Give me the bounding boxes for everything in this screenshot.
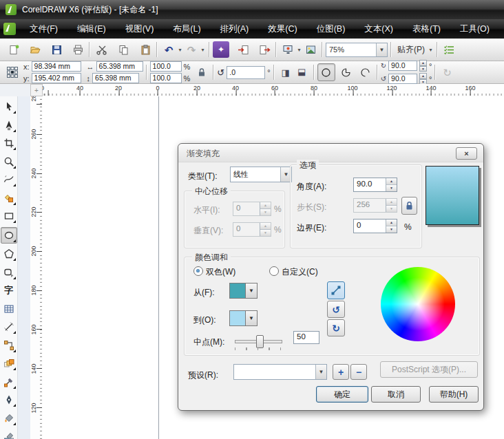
edge-pad-spinner[interactable]: 0▲▼ [353,219,397,233]
ellipse-tool[interactable] [1,227,17,244]
rectangle-tool[interactable] [1,208,17,224]
import-button[interactable] [235,41,251,58]
smart-fill-tool[interactable] [1,191,17,206]
zoom-level-dropdown-icon[interactable]: ▼ [376,43,387,56]
arc-start-angle-field[interactable]: 90.0 [388,61,417,71]
change-direction-button[interactable]: ↻ [439,64,455,81]
arc-end-spinner[interactable]: ▲▼ [419,73,427,85]
scale-vertical-field[interactable]: 100.0 [150,73,182,83]
menu-window[interactable]: 窗口(W) [499,19,504,39]
rotation-angle-field[interactable]: .0 [227,66,265,79]
to-color-picker[interactable]: ▼ [229,310,258,326]
object-width-field[interactable]: 65.398 mm [96,61,143,72]
lock-ratio-button[interactable] [193,64,210,81]
to-color-dropdown-icon[interactable]: ▼ [246,311,257,325]
options-button[interactable] [441,41,457,58]
polygon-tool[interactable] [1,246,17,261]
arc-mode-button[interactable] [357,64,374,81]
export-button[interactable] [256,41,273,58]
menu-view[interactable]: 视图(V) [116,19,164,39]
freehand-tool[interactable] [1,172,17,187]
snap-to-label[interactable]: 贴齐(P) [395,44,428,56]
presets-dropdown-icon[interactable]: ▼ [315,365,326,379]
vertical-ruler[interactable]: 280 260 240 220 200 180 160 140 120 [30,96,43,439]
blend-tool[interactable] [1,356,17,371]
presets-combobox[interactable]: ▼ [233,364,327,380]
two-color-radio[interactable] [193,266,203,276]
midpoint-slider-thumb[interactable] [256,335,264,348]
zoom-tool[interactable] [1,154,17,169]
scale-horizontal-field[interactable]: 100.0 [150,61,182,72]
window-titlebar[interactable]: CorelDRAW X6 (评估版) - [未命名 -1] [0,0,504,19]
basic-shapes-tool[interactable] [1,265,17,280]
color-eyedropper-tool[interactable] [1,374,17,389]
remove-preset-button[interactable]: − [350,364,367,380]
clockwise-path-button[interactable]: ↻ [327,319,345,336]
object-height-field[interactable]: 65.398 mm [92,73,139,83]
table-tool[interactable] [1,301,17,317]
copy-button[interactable] [115,41,132,58]
x-position-field[interactable]: 98.394 mm [32,61,81,72]
menu-layout[interactable]: 布局(L) [163,19,210,39]
text-tool[interactable]: 字 [1,283,17,298]
redo-button[interactable]: ↷ [183,41,200,58]
from-color-dropdown-icon[interactable]: ▼ [246,283,257,298]
arc-start-spinner[interactable]: ▲▼ [419,60,427,72]
ruler-origin[interactable]: + [30,84,43,96]
pick-tool[interactable] [1,99,17,114]
interactive-fill-tool[interactable] [1,429,17,439]
type-combobox[interactable]: 线性 ▼ [230,167,292,182]
save-button[interactable] [48,41,65,58]
application-launcher-button[interactable] [280,41,296,58]
ok-button[interactable]: 确定 [316,386,368,403]
menu-arrange[interactable]: 排列(A) [211,19,259,39]
arc-end-angle-field[interactable]: 90.0 [388,74,417,84]
custom-radio[interactable] [269,266,279,276]
straight-line-connector-tool[interactable] [1,338,17,353]
cut-button[interactable] [93,41,109,58]
parallel-dimension-tool[interactable] [1,319,17,334]
application-launcher-dropdown[interactable]: ▾ [296,47,302,53]
menu-text[interactable]: 文本(X) [355,19,403,39]
menu-table[interactable]: 表格(T) [403,19,450,39]
menu-file[interactable]: 文件(F) [20,19,67,39]
menu-bitmaps[interactable]: 位图(B) [307,19,355,39]
undo-dropdown[interactable]: ▾ [177,47,183,53]
redo-dropdown[interactable]: ▾ [200,47,206,53]
new-document-button[interactable] [6,41,22,58]
cancel-button[interactable]: 取消 [371,386,421,403]
fill-tool[interactable] [1,411,17,426]
angle-spinner[interactable]: 90.0▲▼ [353,178,397,192]
print-button[interactable] [70,41,86,58]
pie-mode-button[interactable] [338,64,355,81]
add-preset-button[interactable]: + [333,364,349,380]
menu-edit[interactable]: 编辑(E) [67,19,116,39]
shape-tool[interactable] [1,118,17,133]
welcome-screen-button[interactable] [302,41,319,58]
mirror-vertical-button[interactable]: ◨ [294,64,311,81]
menu-tools[interactable]: 工具(O) [450,19,499,39]
direct-path-button[interactable] [327,281,345,299]
dialog-titlebar[interactable]: 渐变填充 × [178,144,483,162]
outline-pen-tool[interactable] [1,392,17,407]
dialog-close-button[interactable]: × [456,147,477,160]
steps-lock-button[interactable] [401,197,417,215]
menu-effects[interactable]: 效果(C) [258,19,306,39]
horizontal-ruler[interactable]: 60 40 20 0 20 40 60 80 100 120 140 160 [43,84,504,97]
help-button[interactable]: 帮助(H) [429,386,479,403]
zoom-level-combobox[interactable]: 75% ▼ [326,43,388,57]
midpoint-slider[interactable] [235,340,282,343]
y-position-field[interactable]: 195.402 mm [32,73,81,83]
color-wheel[interactable] [381,267,455,341]
search-content-button[interactable]: ✦ [213,41,229,58]
ellipse-mode-button[interactable] [317,63,335,81]
mirror-horizontal-button[interactable]: ◨ [277,64,294,81]
paste-button[interactable] [137,41,154,58]
snap-to-dropdown[interactable]: ▾ [428,47,434,53]
midpoint-field[interactable]: 50 [293,331,319,344]
crop-tool[interactable] [1,136,17,151]
counterclockwise-path-button[interactable]: ↺ [327,301,345,318]
open-button[interactable] [27,41,43,58]
undo-button[interactable]: ↶ [160,41,177,58]
from-color-picker[interactable]: ▼ [229,283,258,299]
